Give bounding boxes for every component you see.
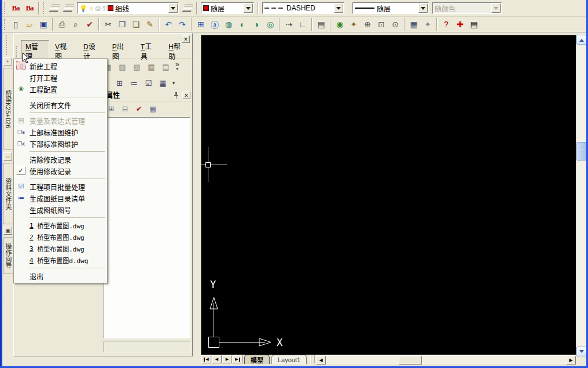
app-logo-button[interactable]: Ba — [9, 2, 23, 15]
properties-content[interactable] — [104, 117, 190, 338]
add-tab-button[interactable]: + — [3, 57, 12, 65]
tab-scroll-splitter[interactable] — [310, 355, 315, 363]
menuitem-clear-records[interactable]: 清除修改记录 — [14, 154, 107, 165]
zoom-realtime-icon[interactable]: ⊕ — [361, 18, 374, 31]
tool-a2-icon[interactable]: ▨ — [115, 60, 130, 74]
menuitem-close-all-files[interactable]: 关闭所有文件 — [14, 99, 107, 111]
side-tab-project[interactable]: 桥梁K25+026 — [3, 68, 13, 150]
side-tab-data-folder[interactable]: 资料文件夹 — [3, 163, 13, 224]
last-tab-icon[interactable]: ▶ — [233, 355, 242, 363]
print-preview-icon[interactable]: ⌕ — [69, 18, 83, 31]
menuitem-recent-file-3[interactable]: 3 桥型布置图.dwg — [14, 243, 107, 254]
panel-title-bar[interactable]: ✕ — [14, 34, 192, 45]
toolbar-overflow-icon[interactable]: »▾ — [175, 62, 179, 71]
toolbar-grip[interactable] — [43, 2, 46, 14]
plot-icon[interactable]: ⎙ — [95, 5, 101, 12]
app-close-project-button[interactable]: Ba — [23, 2, 36, 15]
tab-layout1[interactable]: Layout1 — [271, 355, 307, 364]
new-file-icon[interactable]: ▯ — [9, 18, 23, 31]
horizontal-scroll-thumb[interactable] — [399, 356, 422, 365]
menuitem-batch-process[interactable]: ☑ 工程项目批量处理 — [14, 181, 107, 192]
window-icon[interactable]: ▣ — [3, 227, 12, 235]
properties-close-icon[interactable]: ✕ — [182, 92, 190, 99]
bulb-on-icon[interactable]: 💡 — [79, 5, 87, 12]
folder-icon[interactable]: ▱ — [3, 152, 12, 161]
layer-combo-dropdown[interactable] — [168, 3, 178, 13]
color-combo[interactable]: 随层 — [201, 2, 254, 14]
menuitem-lower-standard[interactable]: ❐x 下部标准图维护 — [14, 138, 107, 150]
toolbar-grip[interactable] — [4, 2, 7, 14]
tab-model[interactable]: 模型 — [244, 355, 270, 364]
vertical-scrollbar[interactable] — [576, 35, 586, 356]
hyperlink-globe-icon[interactable]: ◍ — [222, 18, 236, 31]
menuitem-upper-standard[interactable]: ❐s 上部标准图维护 — [14, 126, 107, 138]
linetype-combo-dropdown[interactable] — [334, 3, 343, 13]
zoom-previous-icon[interactable]: ⊙ — [388, 18, 402, 31]
web-link-icon[interactable]: ◎ — [263, 18, 277, 31]
spell-check-icon[interactable]: ✔ — [83, 18, 97, 31]
drawing-canvas[interactable]: Y X — [201, 35, 576, 355]
sun-icon[interactable]: ☼ — [89, 5, 94, 12]
window-update-icon[interactable]: ⊞ — [112, 76, 127, 90]
layer-previous-icon[interactable] — [181, 2, 194, 15]
scroll-up-icon[interactable] — [576, 35, 587, 45]
menuitem-use-records[interactable]: ✓ 使用修改记录 — [14, 165, 107, 177]
copy-icon[interactable]: ❐ — [115, 18, 129, 31]
quick-select-icon[interactable]: ✦ — [421, 18, 435, 31]
autodesk-today-icon[interactable]: ⓐ — [208, 18, 222, 31]
point-style-icon[interactable]: ✚ — [453, 18, 467, 31]
tool-a3-icon[interactable]: ▧ — [130, 60, 144, 74]
design-center-icon[interactable]: ⊞ — [194, 18, 208, 31]
vertical-scroll-thumb[interactable] — [576, 142, 587, 161]
table-help-icon[interactable]: ▦ — [146, 103, 159, 115]
named-view-icon[interactable]: ▤ — [314, 18, 328, 31]
lineweight-combo-dropdown[interactable] — [418, 3, 428, 13]
layout-icon[interactable]: ▤ — [467, 18, 481, 31]
toolbar-grip[interactable] — [4, 19, 7, 30]
help-icon[interactable]: ? — [439, 18, 453, 31]
prev-tab-icon[interactable]: ◀ — [212, 355, 222, 363]
etransmit-icon[interactable]: ◑ — [249, 18, 263, 31]
panel-close-icon[interactable]: ✕ — [182, 35, 190, 43]
menubar-grip[interactable] — [16, 46, 19, 57]
menuitem-recent-file-2[interactable]: 2 桥型布置图.dwg — [14, 231, 107, 243]
folder-check-icon[interactable]: ☑ — [141, 76, 156, 90]
menuitem-open-project[interactable]: 打开工程 — [14, 72, 107, 83]
menuitem-recent-file-4[interactable]: 4 桥型布置图d.dwg — [14, 254, 107, 266]
distance-icon[interactable]: ⇢ — [282, 18, 296, 31]
layer-states-icon[interactable] — [61, 2, 75, 15]
ucs-icon[interactable]: ∟ — [296, 18, 310, 31]
open-file-icon[interactable]: ▱ — [23, 18, 36, 31]
grid-icon[interactable]: ▦ — [156, 76, 170, 90]
match-properties-icon[interactable]: ✎ — [143, 18, 157, 31]
undo-icon[interactable]: ↶ — [161, 18, 175, 31]
save-file-icon[interactable]: ▣ — [36, 18, 50, 31]
collapse-all-icon[interactable]: ⊟ — [119, 103, 131, 115]
menuitem-project-config[interactable]: ❀ 工程配置 — [14, 83, 107, 95]
menuitem-catalog-list[interactable]: ≔ 生成图纸目录清单 — [14, 192, 107, 204]
paste-icon[interactable]: ❏ — [129, 18, 143, 31]
layer-manager-icon[interactable] — [47, 2, 61, 15]
horizontal-scrollbar[interactable]: ◀ ▶ — [316, 355, 576, 364]
tool-a5-icon[interactable]: ▤ — [159, 60, 173, 74]
menuitem-exit[interactable]: 退出 — [14, 270, 107, 282]
redo-icon[interactable]: ↷ — [175, 18, 189, 31]
next-tab-icon[interactable]: ▶ — [222, 355, 232, 363]
linetype-combo[interactable]: DASHED — [262, 2, 344, 14]
cut-icon[interactable]: ✂ — [101, 18, 115, 31]
menuitem-recent-file-1[interactable]: 1 桥型布置图.dwg — [14, 220, 107, 231]
side-tab-wizard[interactable]: 操作向导 — [3, 237, 13, 274]
menuitem-drawing-numbers[interactable]: 生成图纸图号 — [14, 204, 107, 216]
pin-icon[interactable] — [172, 92, 180, 99]
print-icon[interactable]: ⎙ — [55, 18, 69, 31]
toolbar-more-icon[interactable]: ▾ — [172, 81, 175, 86]
tool-a4-icon[interactable]: ▦ — [144, 60, 159, 74]
color-combo-dropdown[interactable] — [244, 3, 253, 13]
orbit-icon[interactable]: ◉ — [333, 18, 347, 31]
properties-header[interactable]: 属性 ✕ — [104, 90, 192, 101]
scroll-left-icon[interactable]: ◀ — [316, 356, 326, 365]
layer-combo[interactable]: 💡 ☼ ⎙ ⚿ 细线 — [77, 2, 179, 14]
zoom-window-icon[interactable]: ⊡ — [374, 18, 388, 31]
publish-web-icon[interactable]: ◐ — [236, 18, 249, 31]
scroll-down-icon[interactable] — [576, 347, 587, 356]
